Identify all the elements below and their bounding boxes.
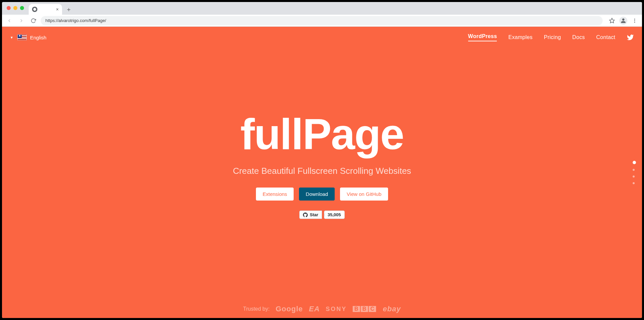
browser-toolbar xyxy=(2,15,642,27)
brand-ea: EA xyxy=(309,305,320,313)
address-input[interactable] xyxy=(45,18,598,23)
profile-button[interactable] xyxy=(619,16,628,25)
address-bar[interactable] xyxy=(41,16,603,25)
github-icon xyxy=(303,213,308,217)
section-dot-nav xyxy=(633,161,636,184)
download-button[interactable]: Download xyxy=(299,188,335,201)
page-viewport: ▼ English WordPress Examples Pricing Doc… xyxy=(2,27,642,318)
browser-window: × ＋ xyxy=(0,0,644,320)
hero-title: fullPage xyxy=(240,112,404,156)
hero-button-row: Extensions Download View on GitHub xyxy=(256,188,388,201)
svg-point-3 xyxy=(634,20,635,21)
section-dot-4[interactable] xyxy=(633,182,635,184)
svg-point-4 xyxy=(634,22,635,23)
section-dot-3[interactable] xyxy=(633,176,635,178)
toolbar-right xyxy=(607,16,639,25)
svg-point-0 xyxy=(33,8,36,11)
close-window-button[interactable] xyxy=(7,6,11,10)
brand-ebay: ebay xyxy=(383,305,401,313)
window-controls xyxy=(7,6,24,10)
tab-strip: × ＋ xyxy=(2,2,642,15)
hero-subtitle: Create Beautiful Fullscreen Scrolling We… xyxy=(233,166,411,176)
close-tab-button[interactable]: × xyxy=(56,7,59,12)
hero-section: fullPage Create Beautiful Fullscreen Scr… xyxy=(2,27,642,318)
forward-button[interactable] xyxy=(17,16,26,25)
section-dot-2[interactable] xyxy=(633,169,635,171)
svg-marker-1 xyxy=(610,18,615,23)
brand-google: Google xyxy=(276,305,303,313)
tab-favicon-icon xyxy=(32,7,37,12)
new-tab-button[interactable]: ＋ xyxy=(64,5,73,14)
maximize-window-button[interactable] xyxy=(20,6,24,10)
github-star-label: Star xyxy=(310,212,318,217)
trusted-by-label: Trusted by: xyxy=(243,306,270,312)
browser-tab[interactable]: × xyxy=(29,4,62,15)
extensions-button[interactable]: Extensions xyxy=(256,188,294,201)
avatar-icon xyxy=(619,17,627,25)
view-github-button[interactable]: View on GitHub xyxy=(340,188,388,201)
brand-bbc: BBC xyxy=(353,306,377,312)
back-button[interactable] xyxy=(5,16,14,25)
github-star-count-wrap[interactable]: 35,005 xyxy=(324,211,345,219)
github-star-count: 35,005 xyxy=(324,211,345,219)
brand-sony: SONY xyxy=(326,306,347,313)
github-star-button[interactable]: Star xyxy=(299,211,322,219)
svg-point-2 xyxy=(634,19,635,20)
bookmark-star-icon[interactable] xyxy=(607,16,617,25)
section-dot-1[interactable] xyxy=(633,161,636,164)
trusted-by-row: Trusted by: Google EA SONY BBC ebay xyxy=(2,305,642,313)
reload-button[interactable] xyxy=(29,16,38,25)
kebab-menu-button[interactable] xyxy=(630,16,639,25)
github-star-widget: Star 35,005 xyxy=(299,211,344,219)
minimize-window-button[interactable] xyxy=(13,6,17,10)
